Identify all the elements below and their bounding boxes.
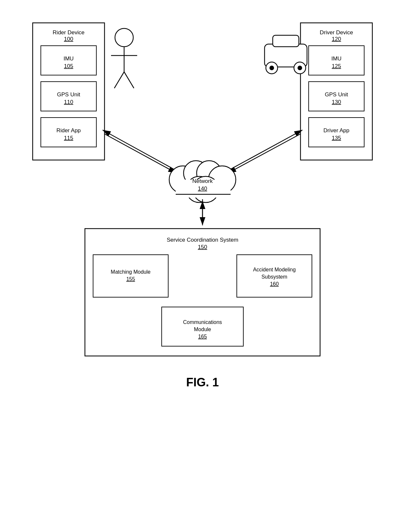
person-left-leg — [114, 72, 124, 88]
rider-app-label: Rider App — [57, 127, 81, 134]
network-to-rider-arrow — [103, 130, 174, 169]
driver-imu-ref: 125 — [332, 63, 341, 69]
comms-module-label2: Module — [194, 327, 211, 332]
person-head — [115, 28, 133, 47]
matching-module-label: Matching Module — [111, 269, 151, 275]
rider-gps-label: GPS Unit — [57, 91, 80, 98]
driver-app-label: Driver App — [323, 127, 349, 134]
rider-gps-ref: 110 — [64, 99, 73, 105]
rider-imu-ref: 105 — [64, 63, 73, 69]
rider-app-ref: 115 — [64, 135, 73, 141]
accident-modeling-label: Accident Modeling — [253, 267, 296, 272]
driver-gps-label: GPS Unit — [325, 91, 348, 98]
rider-to-network-arrow — [105, 134, 176, 173]
driver-imu-label: IMU — [331, 56, 341, 62]
rider-device-ref: 100 — [64, 36, 73, 42]
scs-title: Service Coordination System — [167, 237, 238, 243]
car-right-wheel-hub — [298, 66, 302, 70]
network-to-driver-arrow — [231, 130, 302, 169]
driver-device-ref: 120 — [332, 36, 341, 42]
driver-to-network-arrow — [228, 134, 300, 173]
comms-module-label1: Communications — [183, 319, 222, 325]
main-diagram-svg: Rider Device 100 IMU 105 GPS Unit 110 Ri… — [23, 13, 382, 372]
accident-modeling-ref: 160 — [270, 281, 279, 287]
matching-module-ref: 155 — [126, 276, 135, 282]
driver-gps-ref: 130 — [332, 99, 341, 105]
fig-label: FIG. 1 — [186, 376, 219, 389]
rider-imu-label: IMU — [63, 56, 73, 62]
diagram-container: Rider Device 100 IMU 105 GPS Unit 110 Ri… — [23, 13, 382, 389]
car-left-wheel-hub — [269, 66, 274, 70]
network-label: Network — [192, 178, 213, 184]
network-ref: 140 — [198, 185, 207, 192]
person-right-leg — [124, 72, 134, 88]
svg-rect-18 — [93, 255, 168, 297]
car-roof — [273, 35, 299, 47]
rider-device-title: Rider Device — [53, 29, 84, 36]
comms-module-ref: 165 — [198, 334, 207, 339]
scs-ref: 150 — [198, 244, 207, 250]
accident-modeling-label2: Subsystem — [261, 274, 287, 280]
driver-app-ref: 135 — [332, 135, 341, 141]
driver-device-title: Driver Device — [320, 29, 353, 36]
